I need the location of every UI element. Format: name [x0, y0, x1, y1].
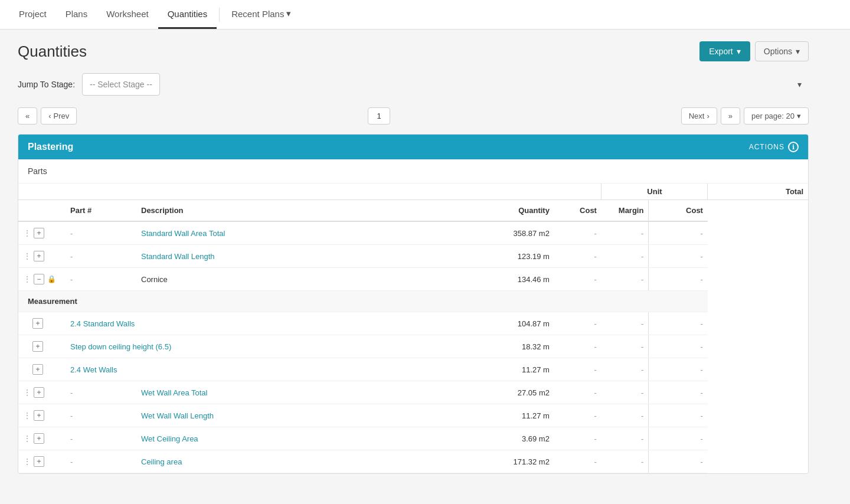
- row-unit-cost: -: [554, 358, 601, 381]
- expand-icon[interactable]: +: [32, 318, 43, 329]
- table-row: ⋮ + - Ceiling area 171.32 m2 - - -: [18, 450, 808, 473]
- row-controls-cell: ⋮ −🔒: [18, 268, 66, 291]
- table-row: ⋮ + - Standard Wall Area Total 358.87 m2…: [18, 221, 808, 245]
- stage-select-wrapper: -- Select Stage --: [82, 73, 809, 96]
- row-controls-cell: ⋮ +: [18, 245, 66, 268]
- row-expand[interactable]: +: [18, 358, 66, 381]
- th-margin: Margin: [601, 200, 649, 222]
- tab-plans[interactable]: Plans: [56, 1, 97, 29]
- row-margin: -: [601, 427, 649, 450]
- row-controls-cell: ⋮ +: [18, 381, 66, 404]
- row-expand[interactable]: +: [18, 312, 66, 335]
- dots-icon[interactable]: ⋮: [23, 228, 31, 238]
- row-controls-cell: ⋮ +: [18, 427, 66, 450]
- first-page-button[interactable]: «: [18, 107, 37, 125]
- expand-icon[interactable]: +: [34, 251, 44, 261]
- row-expand[interactable]: +: [18, 335, 66, 358]
- chevron-left-icon: ‹: [48, 112, 51, 120]
- row-unit-cost: -: [554, 245, 601, 268]
- th-part-num: Part #: [66, 200, 136, 222]
- row-quantity: 123.19 m: [478, 245, 554, 268]
- th-total-cost: Cost: [649, 200, 708, 222]
- row-margin: -: [601, 335, 649, 358]
- jump-stage-label: Jump To Stage:: [18, 80, 75, 89]
- section-actions[interactable]: ACTIONS ℹ: [749, 142, 799, 152]
- row-part-num: -: [66, 450, 136, 473]
- double-chevron-left-icon: «: [25, 112, 30, 120]
- row-total-cost: -: [649, 427, 708, 450]
- current-page: 1: [368, 107, 390, 125]
- row-quantity: 11.27 m: [478, 358, 554, 381]
- row-total-cost: -: [649, 404, 708, 427]
- last-page-button[interactable]: »: [721, 107, 740, 125]
- row-unit-cost: -: [554, 450, 601, 473]
- next-page-button[interactable]: Next ›: [681, 107, 717, 125]
- table-header-row-1: Unit Total: [18, 184, 808, 200]
- expand-icon[interactable]: +: [34, 433, 44, 444]
- row-quantity: 104.87 m: [478, 312, 554, 335]
- row-controls-cell: ⋮ +: [18, 404, 66, 427]
- row-unit-cost: -: [554, 404, 601, 427]
- row-part-num: -: [66, 221, 136, 245]
- table-row: ⋮ + - Wet Wall Area Total 27.05 m2 - - -: [18, 381, 808, 404]
- parts-label: Parts: [18, 159, 808, 184]
- chevron-down-icon: ▾: [737, 47, 741, 56]
- tab-project[interactable]: Project: [9, 1, 56, 29]
- prev-page-button[interactable]: ‹ Prev: [41, 107, 77, 125]
- table-header-row-2: Part # Description Quantity Cost Margin …: [18, 200, 808, 222]
- options-button[interactable]: Options ▾: [755, 41, 809, 61]
- expand-icon[interactable]: +: [34, 456, 44, 467]
- header-actions: Export ▾ Options ▾: [699, 41, 809, 61]
- th-unit: Unit: [601, 184, 708, 200]
- info-circle-icon: ℹ: [788, 142, 799, 152]
- subheader-cell: Measurement: [18, 291, 708, 312]
- row-unit-cost: -: [554, 221, 601, 245]
- row-part-num: -: [66, 404, 136, 427]
- page-header: Quantities Export ▾ Options ▾: [18, 41, 809, 61]
- row-total-cost: -: [649, 221, 708, 245]
- th-spacer: [18, 184, 554, 200]
- dots-icon[interactable]: ⋮: [23, 434, 31, 443]
- tab-quantities[interactable]: Quantities: [158, 1, 217, 29]
- row-description: Wet Wall Wall Length: [136, 404, 478, 427]
- expand-icon[interactable]: +: [34, 387, 44, 398]
- quantities-table-container: Plastering ACTIONS ℹ Parts Unit Total Pa…: [18, 134, 809, 474]
- th-controls: [18, 200, 66, 222]
- tab-recent-plans[interactable]: Recent Plans ▾: [222, 0, 300, 29]
- stage-select[interactable]: -- Select Stage --: [82, 73, 160, 96]
- table-row: + 2.4 Wet Walls 11.27 m - - -: [18, 358, 808, 381]
- page-content: Quantities Export ▾ Options ▾ Jump To St…: [0, 30, 826, 486]
- per-page-button[interactable]: per page: 20 ▾: [744, 107, 809, 125]
- expand-icon[interactable]: +: [32, 364, 43, 375]
- row-total-cost: -: [649, 268, 708, 291]
- row-controls-cell: ⋮ +: [18, 450, 66, 473]
- row-margin: -: [601, 381, 649, 404]
- th-quantity: [554, 184, 601, 200]
- collapse-icon[interactable]: −: [34, 274, 44, 284]
- dots-icon[interactable]: ⋮: [23, 251, 31, 261]
- expand-icon[interactable]: +: [34, 228, 44, 238]
- row-quantity: 27.05 m2: [478, 381, 554, 404]
- dots-icon[interactable]: ⋮: [23, 274, 31, 284]
- tab-worksheet[interactable]: Worksheet: [97, 1, 158, 29]
- row-quantity: 11.27 m: [478, 404, 554, 427]
- lock-icon: 🔒: [47, 274, 56, 284]
- row-margin: -: [601, 404, 649, 427]
- row-unit-cost: -: [554, 268, 601, 291]
- dots-icon[interactable]: ⋮: [23, 411, 31, 420]
- expand-icon[interactable]: +: [32, 341, 43, 352]
- chevron-down-icon: ▾: [797, 112, 801, 120]
- row-total-cost: -: [649, 335, 708, 358]
- dots-icon[interactable]: ⋮: [23, 388, 31, 397]
- row-description: Standard Wall Area Total: [136, 221, 478, 245]
- table-body: ⋮ + - Standard Wall Area Total 358.87 m2…: [18, 221, 808, 473]
- row-controls-cell: ⋮ +: [18, 221, 66, 245]
- row-unit-cost: -: [554, 381, 601, 404]
- row-total-cost: -: [649, 381, 708, 404]
- dots-icon[interactable]: ⋮: [23, 457, 31, 466]
- row-quantity: 18.32 m: [478, 335, 554, 358]
- th-cost: Cost: [554, 200, 601, 222]
- row-unit-cost: -: [554, 335, 601, 358]
- export-button[interactable]: Export ▾: [699, 41, 750, 61]
- expand-icon[interactable]: +: [34, 410, 44, 421]
